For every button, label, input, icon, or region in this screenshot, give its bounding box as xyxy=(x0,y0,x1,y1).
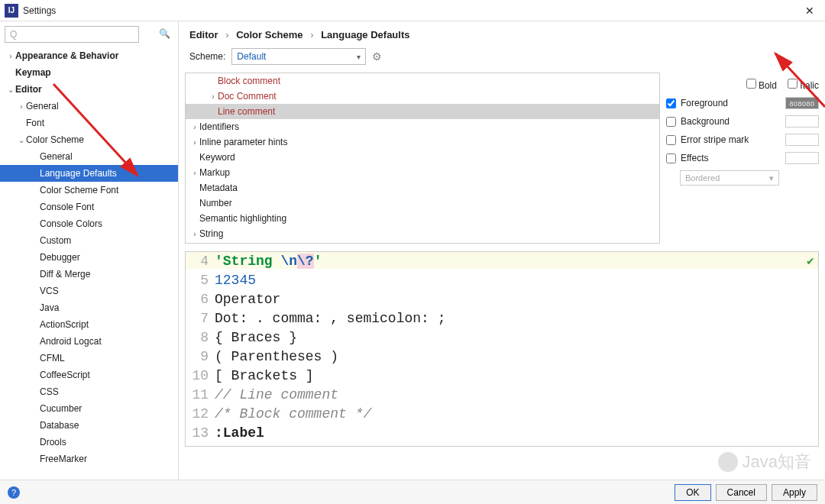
sidebar-item-cfml[interactable]: CFML xyxy=(0,350,178,367)
scheme-row: Scheme: Default ▾ ⚙ xyxy=(179,45,825,73)
sidebar-item-console-colors[interactable]: Console Colors xyxy=(0,215,178,232)
italic-option[interactable]: Italic xyxy=(788,79,819,91)
attr-item-keyword[interactable]: Keyword xyxy=(186,150,659,165)
watermark: Java知音 xyxy=(718,451,811,473)
bold-checkbox[interactable] xyxy=(746,79,756,89)
attr-item-template-language[interactable]: Template language xyxy=(186,241,659,244)
chevron-down-icon: ▾ xyxy=(357,53,361,61)
sidebar-item-custom[interactable]: Custom xyxy=(0,232,178,249)
sidebar-item-freemarker[interactable]: FreeMarker xyxy=(0,451,178,467)
attr-item-block-comment[interactable]: Block comment xyxy=(186,73,659,89)
attr-item-semantic-highlighting[interactable]: Semantic highlighting xyxy=(186,211,659,226)
effects-checkbox[interactable] xyxy=(666,153,676,163)
attr-item-inline-parameter-hints[interactable]: ›Inline parameter hints xyxy=(186,134,659,150)
sidebar-item-general[interactable]: General xyxy=(0,148,178,165)
sidebar-item-java[interactable]: Java xyxy=(0,299,178,316)
bold-option[interactable]: Bold xyxy=(746,79,777,91)
sidebar-item-label: Console Font xyxy=(40,202,94,212)
line-number: 4 xyxy=(186,252,215,271)
sidebar-item-keymap[interactable]: Keymap xyxy=(0,64,178,81)
attr-item-markup[interactable]: ›Markup xyxy=(186,165,659,180)
preview-pane: ✔ 4'String \n\?'5123456Operator7Dot: . c… xyxy=(185,251,819,447)
code-content: { Braces } xyxy=(215,328,297,347)
line-number: 7 xyxy=(186,309,215,328)
italic-checkbox[interactable] xyxy=(788,79,798,89)
sidebar-item-drools[interactable]: Drools xyxy=(0,434,178,451)
sidebar-item-css[interactable]: CSS xyxy=(0,383,178,400)
sidebar-item-console-font[interactable]: Console Font xyxy=(0,199,178,215)
sidebar-item-editor[interactable]: ⌄Editor xyxy=(0,81,178,98)
sidebar-item-vcs[interactable]: VCS xyxy=(0,283,178,299)
errorstripe-checkbox[interactable] xyxy=(666,135,676,145)
apply-button[interactable]: Apply xyxy=(772,484,817,501)
line-number: 12 xyxy=(186,405,215,424)
chevron-down-icon: ▾ xyxy=(769,173,774,183)
errorstripe-swatch[interactable] xyxy=(785,134,819,146)
crumb-colorscheme[interactable]: Color Scheme xyxy=(236,29,302,40)
sidebar-item-label: Cucumber xyxy=(40,403,82,414)
preview-line: 9( Parentheses ) xyxy=(186,347,818,367)
preview-line: 6Operator xyxy=(186,290,818,309)
attr-item-string[interactable]: ›String xyxy=(186,226,659,241)
attr-item-doc-comment[interactable]: ›Doc Comment xyxy=(186,89,659,104)
attr-item-line-comment[interactable]: Line comment xyxy=(186,104,659,119)
chevron-icon: › xyxy=(190,138,199,147)
attr-item-label: Line comment xyxy=(218,106,275,117)
chevron-icon: › xyxy=(190,123,199,131)
sidebar-item-color-scheme[interactable]: ⌄Color Scheme xyxy=(0,131,178,148)
attr-item-label: Markup xyxy=(199,167,230,178)
help-icon[interactable]: ? xyxy=(8,486,20,499)
sidebar-item-label: Diff & Merge xyxy=(40,269,90,279)
ok-button[interactable]: OK xyxy=(675,484,710,501)
attr-item-number[interactable]: Number xyxy=(186,195,659,211)
close-icon[interactable]: ✕ xyxy=(799,5,820,17)
settings-tree[interactable]: ›Appearance & BehaviorKeymap⌄Editor›Gene… xyxy=(0,47,178,480)
chevron-icon: ⌄ xyxy=(6,86,15,94)
effects-swatch[interactable] xyxy=(785,152,819,164)
foreground-checkbox[interactable] xyxy=(666,99,676,108)
effects-type-select[interactable]: Bordered ▾ xyxy=(680,170,779,186)
sidebar-item-coffeescript[interactable]: CoffeeScript xyxy=(0,367,178,383)
attr-item-label: String xyxy=(199,228,223,239)
sidebar-item-label: CoffeeScript xyxy=(40,370,90,380)
search-input[interactable] xyxy=(5,26,139,43)
attribute-list[interactable]: Block comment›Doc CommentLine comment›Id… xyxy=(185,73,660,244)
sidebar-item-general[interactable]: ›General xyxy=(0,98,178,115)
attr-item-metadata[interactable]: Metadata xyxy=(186,180,659,195)
sidebar-item-font[interactable]: Font xyxy=(0,115,178,131)
cancel-button[interactable]: Cancel xyxy=(716,484,767,501)
preview-line: 11// Line comment xyxy=(186,386,818,405)
preview-line: 12/* Block comment */ xyxy=(186,405,818,424)
sidebar-item-debugger[interactable]: Debugger xyxy=(0,249,178,266)
sidebar-item-actionscript[interactable]: ActionScript xyxy=(0,316,178,333)
search-row: 🔍 xyxy=(0,21,178,47)
sidebar-item-color-scheme-font[interactable]: Color Scheme Font xyxy=(0,182,178,199)
sidebar-item-label: Color Scheme Font xyxy=(40,185,118,195)
sidebar-item-label: Android Logcat xyxy=(40,336,102,347)
sidebar-item-language-defaults[interactable]: Language Defaults xyxy=(0,165,178,182)
foreground-swatch[interactable]: 808080 xyxy=(785,97,819,109)
sidebar-item-diff-merge[interactable]: Diff & Merge xyxy=(0,266,178,283)
background-swatch[interactable] xyxy=(785,115,819,128)
app-icon: IJ xyxy=(5,4,18,18)
code-content: /* Block comment */ xyxy=(215,405,371,424)
attr-item-identifiers[interactable]: ›Identifiers xyxy=(186,119,659,134)
sidebar-item-label: Debugger xyxy=(40,252,80,263)
background-checkbox[interactable] xyxy=(666,117,676,127)
sidebar-item-database[interactable]: Database xyxy=(0,417,178,434)
attr-item-label: Identifiers xyxy=(199,121,239,132)
sidebar-item-cucumber[interactable]: Cucumber xyxy=(0,400,178,417)
line-number: 8 xyxy=(186,328,215,347)
sidebar-item-label: Language Defaults xyxy=(40,168,117,179)
sidebar-item-android-logcat[interactable]: Android Logcat xyxy=(0,333,178,350)
attr-item-label: Block comment xyxy=(218,76,280,86)
crumb-editor[interactable]: Editor xyxy=(189,29,218,40)
gear-icon[interactable]: ⚙ xyxy=(372,50,382,63)
sidebar-item-label: Custom xyxy=(40,235,71,246)
sidebar-item-label: General xyxy=(40,151,73,162)
sidebar-item-label: Color Scheme xyxy=(26,134,84,145)
sidebar-item-label: Editor xyxy=(15,84,42,95)
scheme-select[interactable]: Default ▾ xyxy=(231,48,366,65)
scheme-label: Scheme: xyxy=(189,51,225,62)
sidebar-item-appearance-behavior[interactable]: ›Appearance & Behavior xyxy=(0,47,178,64)
